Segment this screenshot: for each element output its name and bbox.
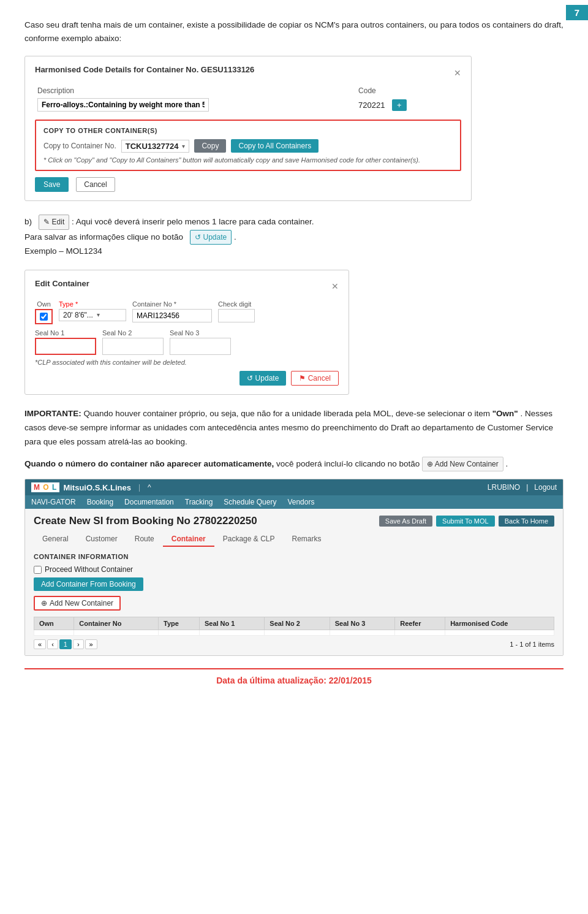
- quando-body: você poderá incluí-lo clicando no botão: [276, 459, 422, 468]
- seal1-field: Seal No 1: [35, 329, 96, 355]
- mol-tabs: General Customer Route Container Package…: [34, 532, 554, 547]
- col-seal3: Seal No 3: [330, 617, 394, 630]
- section-b-text2: Para salvar as informações clique no bot…: [24, 232, 183, 241]
- cancel-button[interactable]: Cancel: [76, 177, 115, 192]
- quando-end: .: [506, 459, 508, 468]
- tab-customer[interactable]: Customer: [77, 532, 126, 547]
- page-next-button[interactable]: ›: [73, 639, 84, 649]
- copy-all-button[interactable]: Copy to All Containers: [231, 139, 318, 153]
- copy-button[interactable]: Copy: [194, 139, 226, 153]
- proceed-without-container-checkbox[interactable]: [34, 566, 42, 574]
- container-no-label: Container No *: [132, 300, 212, 308]
- seal2-label: Seal No 2: [102, 329, 164, 337]
- nav-tracking[interactable]: Tracking: [185, 498, 213, 506]
- tab-package-clp[interactable]: Package & CLP: [214, 532, 284, 547]
- mol-topbar: M O L MitsuiO.S.K.Lines | ^ LRUBINO | Lo…: [25, 479, 563, 495]
- edit-dialog-title: Edit Container: [35, 279, 89, 288]
- page-first-button[interactable]: «: [34, 639, 46, 649]
- back-to-home-button[interactable]: Back To Home: [499, 516, 554, 527]
- seal3-input[interactable]: [170, 338, 231, 355]
- copy-note: * Click on "Copy" and "Copy to All Conta…: [43, 156, 453, 164]
- edit-container-dialog: Edit Container ✕ Own Type * 20' 8'6"... …: [24, 270, 349, 395]
- check-digit-field: Check digit: [218, 300, 255, 322]
- edit-form-row-1: Own Type * 20' 8'6"... ▾ Container No * …: [35, 300, 339, 324]
- nav-schedule[interactable]: Schedule Query: [224, 498, 276, 506]
- close-icon[interactable]: ✕: [454, 68, 461, 78]
- nav-documentation[interactable]: Documentation: [124, 498, 174, 506]
- tab-remarks[interactable]: Remarks: [283, 532, 330, 547]
- save-button[interactable]: Save: [35, 177, 69, 192]
- edit-button-inline[interactable]: ✎ Edit: [39, 215, 69, 229]
- important-paragraph: IMPORTANTE: Quando houver container próp…: [24, 407, 564, 449]
- tab-route[interactable]: Route: [126, 532, 163, 547]
- nav-vendors[interactable]: Vendors: [287, 498, 314, 506]
- copy-to-label: Copy to Container No.: [43, 142, 116, 150]
- type-chevron-icon: ▾: [97, 311, 100, 318]
- col-own: Own: [34, 617, 74, 630]
- pagination-info: 1 - 1 of 1 items: [510, 641, 554, 648]
- table-row: [34, 630, 554, 636]
- logout-link[interactable]: Logout: [534, 483, 557, 492]
- section-b-text4: Exemplo – MOL1234: [24, 246, 102, 256]
- mol-logo-box: M O L: [31, 482, 59, 492]
- type-select[interactable]: 20' 8'6"... ▾: [59, 309, 126, 321]
- update-button-inline[interactable]: ↺ Update: [190, 230, 232, 245]
- col-harmonised: Harmonised Code: [445, 617, 554, 630]
- save-as-draft-button[interactable]: Save As Draft: [379, 516, 432, 527]
- type-label: Type *: [59, 300, 126, 308]
- add-new-container-inline-btn[interactable]: ⊕ Add New Container: [422, 457, 503, 471]
- add-new-container-button[interactable]: ⊕ Add New Container: [34, 596, 121, 611]
- update-button[interactable]: ↺ Update: [239, 371, 286, 386]
- own-checkbox[interactable]: [40, 313, 48, 321]
- chevron-down-icon: ▾: [182, 143, 185, 150]
- container-info-title: CONTAINER INFORMATION: [34, 553, 554, 560]
- col-seal1: Seal No 1: [199, 617, 264, 630]
- check-digit-input[interactable]: [218, 309, 255, 322]
- submit-to-mol-button[interactable]: Submit To MOL: [436, 516, 495, 527]
- mol-topbar-right: LRUBINO | Logout: [488, 483, 557, 492]
- important-body: Quando houver container próprio, ou seja…: [84, 409, 492, 418]
- mol-company-name: MitsuiO.S.K.Lines: [63, 483, 131, 492]
- page-last-button[interactable]: »: [85, 639, 97, 649]
- footer: Data da última atualização: 22/01/2015: [24, 668, 564, 691]
- edit-close-icon[interactable]: ✕: [331, 281, 339, 291]
- code-value: 720221: [358, 101, 385, 110]
- add-container-from-booking-button[interactable]: Add Container From Booking: [34, 577, 143, 591]
- container-no-input[interactable]: [132, 309, 212, 322]
- important-label: IMPORTANTE:: [24, 409, 81, 418]
- seal-row: Seal No 1 Seal No 2 Seal No 3: [35, 329, 339, 355]
- mol-content: Create New SI from Booking No 2780222025…: [25, 509, 563, 655]
- edit-actions: ↺ Update ⚑ Cancel: [35, 371, 339, 386]
- seal2-input[interactable]: [102, 338, 164, 355]
- add-new-label: Add New Container: [50, 599, 113, 607]
- description-input[interactable]: [37, 98, 209, 112]
- own-box[interactable]: [35, 309, 53, 324]
- mol-page-title: Create New SI from Booking No 2780222025…: [34, 515, 257, 527]
- nav-booking[interactable]: Booking: [87, 498, 113, 506]
- own-checkbox-group: Own: [35, 300, 53, 324]
- type-field: Type * 20' 8'6"... ▾: [59, 300, 126, 321]
- quando-bold: Quando o número do container não aparece…: [24, 459, 274, 468]
- copy-container-value: TCKU1327724: [126, 142, 179, 151]
- page-1-button[interactable]: 1: [59, 639, 72, 649]
- logo-l: L: [52, 483, 57, 492]
- edit-cancel-button[interactable]: ⚑ Cancel: [291, 371, 339, 386]
- add-code-button[interactable]: +: [392, 99, 407, 111]
- mol-header-buttons: Save As Draft Submit To MOL Back To Home: [379, 516, 554, 527]
- col-type: Type: [158, 617, 199, 630]
- seal2-field: Seal No 2: [102, 329, 164, 355]
- page-prev-button[interactable]: ‹: [47, 639, 58, 649]
- col-reefer: Reefer: [395, 617, 445, 630]
- section-b-label: b): [24, 217, 32, 226]
- clp-note: *CLP associated with this container will…: [35, 359, 339, 366]
- proceed-without-container-label: Proceed Without Container: [45, 565, 133, 574]
- copy-container-select[interactable]: TCKU1327724 ▾: [121, 140, 190, 153]
- copy-row: Copy to Container No. TCKU1327724 ▾ Copy…: [43, 139, 453, 153]
- nav-navigator[interactable]: NAVI-GATOR: [31, 498, 76, 506]
- add-new-icon: ⊕: [41, 599, 47, 607]
- logo-o: O: [43, 483, 49, 492]
- seal1-input[interactable]: [35, 338, 96, 355]
- description-col-header: Description: [35, 85, 356, 96]
- tab-general[interactable]: General: [34, 532, 77, 547]
- tab-container[interactable]: Container: [163, 532, 214, 547]
